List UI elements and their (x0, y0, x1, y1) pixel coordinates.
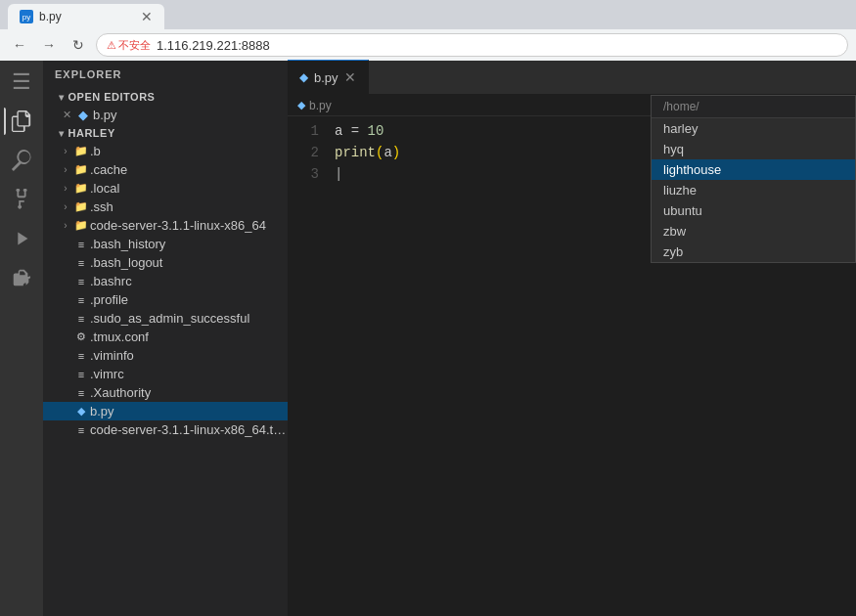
dropdown-item-ubuntu[interactable]: ubuntu (652, 200, 855, 221)
forward-button[interactable]: → (37, 33, 61, 57)
activity-run[interactable] (4, 221, 39, 256)
browser-tab-active[interactable]: py b.py ✕ (8, 4, 164, 29)
file-icon: ≡ (72, 369, 90, 380)
tree-item-bashrc[interactable]: › ≡ .bashrc (43, 272, 288, 290)
python-icon: ◆ (72, 405, 90, 418)
editor-area: ◆ b.py ✕ ◆ b.py 1 2 3 a = 10 print (288, 61, 856, 616)
editor-tab-bpy[interactable]: ◆ b.py ✕ (288, 60, 369, 94)
tab-close-button[interactable]: ✕ (344, 69, 356, 85)
tree-item-tmux[interactable]: › ⚙ .tmux.conf (43, 328, 288, 346)
tree-item-vimrc[interactable]: › ≡ .vimrc (43, 365, 288, 383)
dropdown-item-liuzhe[interactable]: liuzhe (652, 180, 855, 200)
tree-item-ssh[interactable]: › 📁 .ssh (43, 198, 288, 216)
tree-item-code-server[interactable]: › 📁 code-server-3.1.1-linux-x86_64 (43, 216, 288, 235)
browser-tab-close[interactable]: ✕ (141, 9, 153, 24)
file-name: .bash_logout (90, 255, 288, 270)
open-editor-bpy[interactable]: ✕ ◆ b.py (43, 106, 288, 124)
tree-item-sudo[interactable]: › ≡ .sudo_as_admin_successful (43, 309, 288, 328)
harley-label: HARLEY (68, 127, 115, 139)
open-editors-chevron: ▾ (59, 92, 65, 103)
open-editors-section[interactable]: ▾ OPEN EDITORS (43, 88, 288, 106)
editor-tab-name: b.py (314, 70, 338, 85)
breadcrumb-text: b.py (309, 99, 332, 112)
gear-icon: ⚙ (72, 330, 90, 343)
file-name: .profile (90, 292, 288, 307)
folder-chevron: › (59, 183, 72, 194)
folder-name: .ssh (90, 199, 288, 214)
python-file-icon: ◆ (78, 108, 88, 122)
folder-chevron: › (59, 164, 72, 175)
back-button[interactable]: ← (8, 33, 31, 57)
tree-item-bash-logout[interactable]: › ≡ .bash_logout (43, 253, 288, 272)
file-icon: ≡ (72, 424, 90, 436)
dropdown-item-zbw[interactable]: zbw (652, 221, 855, 242)
folder-icon: 📁 (72, 200, 90, 213)
dropdown-item-harley[interactable]: harley (652, 118, 855, 139)
tree-item-b[interactable]: › 📁 .b (43, 142, 288, 160)
close-file-icon[interactable]: ✕ (63, 109, 71, 121)
file-icon: ≡ (72, 387, 90, 399)
file-name: .Xauthority (90, 385, 288, 400)
tree-item-bash-history[interactable]: › ≡ .bash_history (43, 235, 288, 253)
file-name: .viminfo (90, 348, 288, 363)
dropdown-item-hyq[interactable]: hyq (652, 139, 855, 159)
folder-icon: 📁 (72, 163, 90, 176)
file-name: .bashrc (90, 274, 288, 288)
hamburger-menu[interactable]: ☰ (4, 65, 39, 100)
folder-chevron: › (59, 146, 72, 156)
tree-item-profile[interactable]: › ≡ .profile (43, 290, 288, 309)
browser-chrome: py b.py ✕ ← → ↻ ⚠ 不安全 1.116.219.221:8888 (0, 0, 856, 61)
file-name: .bash_history (90, 237, 288, 251)
dropdown-item-zyb[interactable]: zyb (652, 242, 855, 262)
vscode-window: ☰ EXPLORER ▾ OPEN EDITORS ✕ (0, 61, 856, 616)
tree-item-viminfo[interactable]: › ≡ .viminfo (43, 346, 288, 365)
address-bar[interactable]: ⚠ 不安全 1.116.219.221:8888 (96, 33, 848, 57)
tree-item-local[interactable]: › 📁 .local (43, 179, 288, 198)
file-name: b.py (90, 404, 288, 418)
browser-tab-label: b.py (39, 10, 62, 23)
file-icon: ≡ (72, 257, 90, 269)
browser-nav: ← → ↻ ⚠ 不安全 1.116.219.221:8888 (0, 29, 856, 61)
folder-chevron: › (59, 220, 72, 231)
explorer-header: EXPLORER (43, 61, 288, 88)
folder-name: .cache (90, 162, 288, 177)
file-icon: ≡ (72, 239, 90, 250)
harley-section[interactable]: ▾ HARLEY (43, 124, 288, 142)
address-text: 1.116.219.221:8888 (157, 38, 270, 53)
dropdown-item-lighthouse[interactable]: lighthouse (652, 159, 855, 180)
browser-tabs: py b.py ✕ (0, 0, 856, 29)
open-editors-label: OPEN EDITORS (68, 91, 156, 103)
folder-icon: 📁 (72, 182, 90, 195)
tree-item-tar[interactable]: › ≡ code-server-3.1.1-linux-x86_64.tar.g… (43, 420, 288, 439)
main-layout: EXPLORER ▾ OPEN EDITORS ✕ ◆ b.py ▾ HARLE… (43, 61, 856, 616)
refresh-button[interactable]: ↻ (67, 33, 90, 57)
activity-explorer[interactable] (4, 104, 39, 139)
folder-chevron: › (59, 201, 72, 212)
tree-item-cache[interactable]: › 📁 .cache (43, 160, 288, 179)
line-numbers: 1 2 3 (288, 120, 327, 616)
folder-icon: 📁 (72, 145, 90, 157)
folder-name: .local (90, 181, 288, 196)
file-icon: ≡ (72, 276, 90, 287)
activity-bar: ☰ (0, 61, 43, 616)
activity-extensions[interactable] (4, 260, 39, 295)
folder-name: .b (90, 144, 288, 158)
file-name: .tmux.conf (90, 330, 288, 344)
activity-source-control[interactable] (4, 182, 39, 217)
tree-item-xauthority[interactable]: › ≡ .Xauthority (43, 383, 288, 402)
breadcrumb-icon: ◆ (297, 99, 305, 111)
activity-search[interactable] (4, 143, 39, 178)
file-name: code-server-3.1.1-linux-x86_64.tar.gz (90, 422, 288, 437)
tab-favicon: py (20, 10, 33, 23)
tree-item-bpy[interactable]: › ◆ b.py (43, 402, 288, 420)
insecure-warning: ⚠ 不安全 (107, 38, 151, 53)
file-icon: ≡ (72, 313, 90, 325)
tab-python-icon: ◆ (299, 70, 308, 84)
file-name: .sudo_as_admin_successful (90, 311, 288, 326)
directory-dropdown: /home/ harley hyq lighthouse liuzhe ubun… (651, 95, 856, 263)
folder-icon: 📁 (72, 219, 90, 232)
editor-tabs: ◆ b.py ✕ (288, 61, 856, 95)
file-icon: ≡ (72, 350, 90, 362)
file-name: .vimrc (90, 367, 288, 381)
folder-name: code-server-3.1.1-linux-x86_64 (90, 218, 288, 233)
